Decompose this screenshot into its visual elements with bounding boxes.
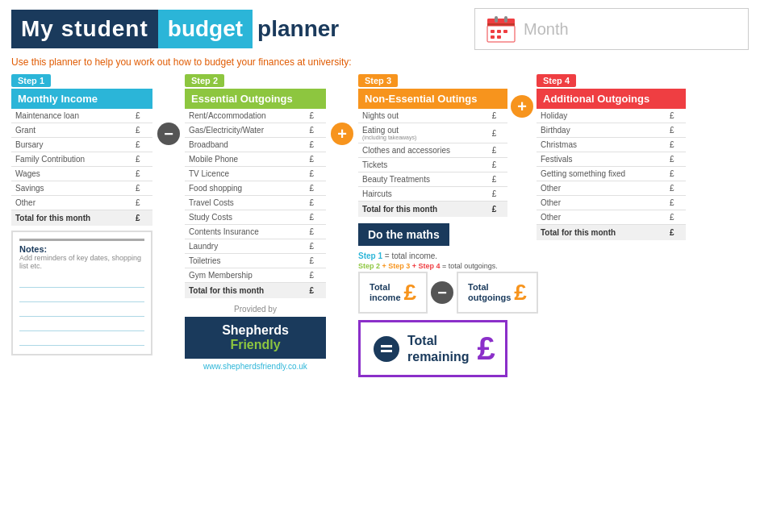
step2-header: Essential Outgoings [185,89,326,109]
step4-row: Other£ [537,210,686,225]
right-col: Step 3 Non-Essential Outings Nights out£… [358,74,749,377]
step3-row: Eating out(including takeaways)£ [358,123,507,143]
maths-step1: Step 1 [358,251,382,260]
step1-row-pound: £ [132,196,152,210]
step1-row: Bursary£ [11,138,152,152]
maths-step2: Step 2 [358,262,380,270]
step2-row-pound: £ [306,109,327,123]
svg-rect-10 [497,35,501,39]
step2-row-label: Travel Costs [185,196,306,210]
equals-bar-1 [381,345,392,347]
step2-row: Travel Costs£ [185,196,326,210]
step2-row-label: Gym Membership [185,268,306,283]
step2-row-pound: £ [306,239,327,254]
step4-row-label: Birthday [537,123,666,138]
step1-total-pound: £ [132,210,152,227]
step3-row: Clothes and accessories£ [358,143,507,158]
step4-row: Holiday£ [537,109,686,123]
step1-section: Step 1 Monthly Income Maintenance loan£G… [11,74,152,355]
step2-row: Gas/Electricity/Water£ [185,123,326,138]
month-placeholder[interactable]: Month [524,20,569,39]
page: My student budget planner Month Use th [0,0,760,385]
step2-row-label: Food shopping [185,181,306,196]
total-income-pound: £ [404,280,417,305]
step4-row-label: Holiday [537,109,666,123]
total-outgoings-box: Totaloutgoings £ [457,272,538,314]
minus-sign: − [157,123,180,145]
step2-total-row: Total for this month £ [185,283,326,299]
step1-row: Family Contribution£ [11,152,152,167]
step3-row-pound: £ [488,172,507,187]
total-remaining-text: Total remaining [407,333,469,364]
step1-row-label: Maintenance loan [11,109,132,123]
step2-row: Mobile Phone£ [185,152,326,167]
step1-row-label: Grant [11,123,132,138]
step2-row: Toiletries£ [185,254,326,268]
svg-rect-5 [504,16,507,23]
step2-total-pound: £ [306,283,327,299]
total-remaining-box: Total remaining £ [358,320,507,377]
step3-section: Step 3 Non-Essential Outings Nights out£… [358,74,507,377]
step2-row-pound: £ [306,123,327,138]
title-my: My student [11,10,158,48]
step1-row-pound: £ [132,138,152,152]
step1-row-pound: £ [132,152,152,167]
shepherds-url: www.shepherdsfriendly.co.uk [185,362,326,371]
brand-white: Shepherds [222,323,289,337]
step2-row: Broadband£ [185,138,326,152]
step1-row-pound: £ [132,167,152,181]
total-outgoings-pound: £ [514,280,527,305]
brand-green: Friendly [230,338,280,351]
step2-row-pound: £ [306,196,327,210]
subtitle: Use this planner to help you work out ho… [11,56,749,68]
step4-row-label: Christmas [537,138,666,152]
step3-table: Non-Essential Outings Nights out£Eating … [358,89,507,217]
note-line-4 [19,318,144,331]
step4-row-label: Other [537,181,666,196]
step2-row-label: Broadband [185,138,306,152]
step1-badge: Step 1 [11,74,51,87]
step1-row-label: Bursary [11,138,132,152]
step2-row-label: Toiletries [185,254,306,268]
step1-row: Wages£ [11,167,152,181]
step2-row-label: TV Licence [185,167,306,181]
step1-row-label: Savings [11,181,132,196]
step3-row: Tickets£ [358,158,507,172]
step3-header: Non-Essential Outings [358,89,507,109]
title-budget: budget [158,10,253,48]
plus-sign-2: + [511,95,533,118]
equals-sign [374,336,399,362]
step2-row-pound: £ [306,225,327,239]
step4-row: Christmas£ [537,138,686,152]
step2-badge: Step 2 [185,74,224,87]
step2-row-label: Gas/Electricity/Water [185,123,306,138]
step1-row: Grant£ [11,123,152,138]
title-planner: planner [253,10,344,48]
step1-row-label: Other [11,196,132,210]
step4-badge: Step 4 [537,74,576,87]
step2-row: Contents Insurance£ [185,225,326,239]
note-line-3 [19,304,144,317]
step4-row-pound: £ [666,123,686,138]
step3-row-label: Clothes and accessories [358,143,488,158]
step4-row-pound: £ [666,152,686,167]
step1-total-row: Total for this month £ [11,210,152,227]
svg-rect-4 [495,16,498,23]
step2-row-pound: £ [306,138,327,152]
calendar-icon [486,15,516,44]
step1-header: Monthly Income [11,89,152,109]
step3-row: Beauty Treatments£ [358,172,507,187]
step4-row-label: Getting something fixed [537,167,666,181]
total-income-label: Totalincome [370,282,401,303]
do-maths-header: Do the maths [358,223,449,246]
step2-row: Laundry£ [185,239,326,254]
step3-row-label: Nights out [358,109,488,123]
step4-row-pound: £ [666,181,686,196]
step2-row-pound: £ [306,152,327,167]
step2-row-pound: £ [306,210,327,225]
provided-by-text: Provided by [185,305,326,314]
step3-total-row: Total for this month £ [358,202,507,218]
maths-suffix: = total outgoings. [441,262,498,270]
step2-section: Step 2 Essential Outgoings Rent/Accommod… [185,74,326,371]
step2-row: Rent/Accommodation£ [185,109,326,123]
